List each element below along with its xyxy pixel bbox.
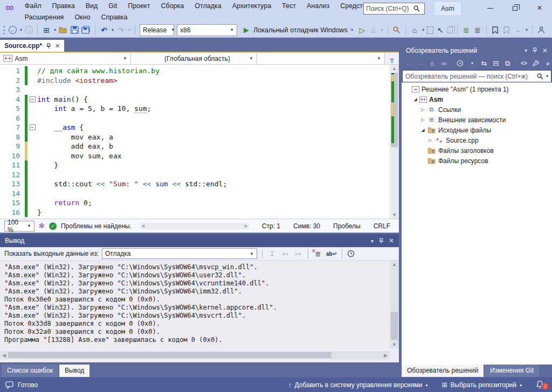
tree-item[interactable]: ▷⁺₊Source.cpp [402, 135, 552, 145]
menu-item[interactable]: Расширения [19, 13, 70, 21]
menu-item[interactable]: Вид [80, 2, 104, 10]
timestamp-button[interactable] [347, 250, 357, 257]
project-dropdown[interactable]: + + Asm ▼ [0, 53, 131, 64]
indent-lines-button[interactable]: ≣ [462, 25, 471, 36]
output-panel-header[interactable]: Вывод ▾ ✕ [0, 234, 399, 247]
sync-with-active-document-button[interactable]: ∞ [440, 59, 448, 67]
collapse-region-button[interactable]: − [30, 124, 36, 130]
toolbar-options-button[interactable]: ‥ [514, 25, 522, 36]
new-project-button[interactable]: ⊞ [42, 25, 51, 36]
undo-button[interactable]: ↶ [100, 25, 108, 36]
caret-line-indicator[interactable]: Стр: 1 [258, 222, 285, 230]
tree-item[interactable]: ◢Исходные файлы [402, 125, 552, 135]
open-file-button[interactable] [59, 25, 67, 36]
tree-item[interactable]: ▷⧉Ссылки [402, 104, 552, 115]
navigate-back-dropdown[interactable]: ▾ [20, 27, 22, 32]
member-dropdown[interactable]: ▼ [257, 53, 385, 64]
pin-icon[interactable] [378, 238, 384, 244]
find-in-files-button[interactable] [392, 25, 401, 36]
box-selection-icon[interactable] [427, 26, 433, 34]
editor-horizontal-scrollbar[interactable]: ◀▶ [140, 223, 249, 229]
scope-dropdown[interactable]: (Глобальная область) ▼ [131, 53, 257, 64]
show-all-files-button[interactable]: ⧉ [504, 59, 512, 68]
toolbar-options-dropdown[interactable]: ▾ [526, 27, 528, 32]
quick-search-input[interactable] [366, 5, 413, 12]
panel-tab[interactable]: Обозреватель решений [402, 365, 484, 377]
new-project-dropdown[interactable]: ▾ [54, 27, 56, 32]
save-button[interactable] [70, 25, 79, 36]
start-debugging-button[interactable]: ▶ Локальный отладчик Windows ▾ [240, 25, 355, 36]
search-options-dropdown[interactable]: ▾ [546, 74, 548, 79]
collapse-all-button[interactable]: ⊟ [492, 59, 500, 67]
menu-item[interactable]: Анализ [301, 2, 335, 10]
clear-all-button[interactable]: ≣✕ [313, 250, 323, 258]
window-position-dropdown-icon[interactable]: ▾ [371, 238, 374, 244]
word-wrap-button[interactable]: ab↵ [326, 251, 337, 257]
minimize-button[interactable] [478, 0, 502, 16]
scroll-up-icon[interactable]: ▲ [390, 65, 399, 72]
menu-item[interactable]: Тест [277, 2, 301, 10]
view-code-button[interactable]: <> [520, 60, 528, 66]
split-editor-button[interactable]: ╥ [385, 53, 399, 64]
scrollbar-thumb[interactable] [8, 352, 332, 358]
scroll-down-icon[interactable]: ▼ [390, 211, 399, 219]
add-to-source-control-button[interactable]: ↑ Добавить в систему управления версиями… [288, 381, 427, 389]
indentation-indicator[interactable]: Пробелы [329, 222, 365, 230]
pin-icon[interactable] [46, 43, 51, 49]
menu-item[interactable]: Правка [46, 2, 80, 10]
switch-views-button[interactable]: ⇆ [480, 59, 488, 67]
solution-platform-combo[interactable]: x86▼ [177, 24, 237, 36]
solution-explorer-header[interactable]: Обозреватель решений ▾ ✕ [402, 44, 552, 57]
properties-button[interactable] [532, 60, 540, 67]
scrollbar-thumb[interactable] [391, 312, 398, 340]
select-pointer-icon[interactable]: ↖ [436, 25, 445, 36]
menu-item[interactable]: Файл [19, 2, 47, 10]
restore-button[interactable] [502, 0, 527, 16]
close-icon[interactable]: ✕ [55, 43, 60, 50]
output-vertical-scrollbar[interactable]: ▲ ▼ [390, 261, 399, 348]
output-text-area[interactable]: "Asm.exe" (Win32). Загружено "C:\Windows… [0, 261, 399, 348]
redo-button[interactable]: ↷ [116, 25, 125, 36]
redo-dropdown[interactable]: ▾ [128, 27, 130, 32]
pin-icon[interactable] [532, 47, 537, 53]
undo-dropdown[interactable]: ▾ [112, 27, 114, 32]
menu-item[interactable]: Git [103, 2, 122, 10]
filter-dropdown-icon[interactable]: ▾ [468, 61, 476, 66]
hot-reload-dropdown[interactable]: ▾ [381, 27, 383, 32]
health-status-label[interactable]: Проблемы не найдены. [61, 222, 132, 230]
solution-configuration-combo[interactable]: Release▼ [140, 24, 174, 36]
quick-search-box[interactable] [363, 3, 425, 15]
tree-item[interactable]: ▷⊞Внешние зависимости [402, 115, 552, 125]
scroll-down-icon[interactable]: ▼ [390, 341, 399, 348]
copy-button[interactable] [447, 27, 453, 33]
code-editor[interactable]: 1// для сайта www.historian.by2#include … [0, 65, 399, 219]
solution-search-box[interactable]: ▾ [402, 70, 551, 82]
tree-expander[interactable]: ▷ [419, 117, 427, 122]
tree-item[interactable]: ∞Решение "Asm" (1 проекта 1) [402, 84, 552, 94]
panel-tab[interactable]: Вывод [59, 365, 89, 377]
tree-item[interactable]: Файлы ресурсов [402, 156, 552, 166]
scroll-left-icon[interactable]: ◀ [141, 223, 144, 228]
select-repository-button[interactable]: ⊞ Выбрать репозиторий ▴ [442, 381, 522, 389]
tree-item[interactable]: Файлы заголовков [402, 145, 552, 156]
close-button[interactable]: × [527, 0, 552, 16]
editor-vertical-scrollbar[interactable]: ▲ ▼ [390, 65, 399, 219]
menu-item[interactable]: Окно [69, 13, 95, 21]
feedback-icon[interactable] [5, 381, 13, 389]
debug-target-dropdown[interactable]: ▾ [351, 27, 353, 32]
previous-message-button[interactable]: ↤ [280, 250, 290, 258]
panel-tab[interactable]: Список ошибок [2, 365, 58, 377]
menu-item[interactable]: Отладка [189, 2, 226, 10]
close-icon[interactable]: ✕ [389, 237, 394, 244]
output-source-combo[interactable]: Отладка▼ [102, 248, 257, 259]
zoom-level-combo[interactable]: 100 %▼ [4, 221, 34, 232]
hot-reload-button[interactable]: ♨ [369, 25, 378, 36]
solution-search-input[interactable] [405, 73, 537, 80]
start-without-debugging-button[interactable]: ▷ [358, 25, 367, 36]
menu-item[interactable]: Архитектура [227, 2, 277, 10]
menu-item[interactable]: Сборка [155, 2, 189, 10]
close-icon[interactable]: ✕ [542, 47, 548, 54]
document-tab-source-cpp[interactable]: Source.cpp* ✕ [0, 40, 64, 52]
collapse-region-button[interactable]: − [30, 96, 36, 102]
tree-expander[interactable]: ◢ [411, 97, 419, 102]
